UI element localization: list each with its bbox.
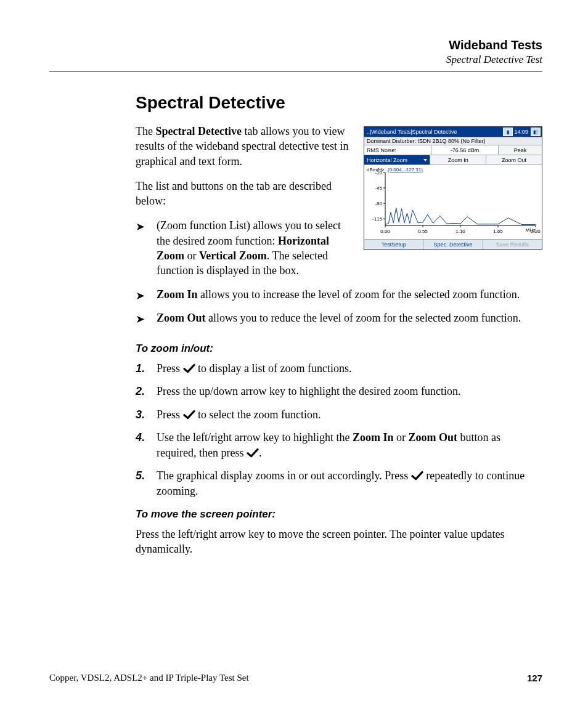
zoom-controls-row: Horizontal Zoom Zoom In Zoom Out [364, 155, 542, 164]
step-item: Press to select the zoom function. [136, 407, 542, 423]
page-number: 127 [527, 673, 542, 683]
chevron-down-icon [423, 159, 427, 161]
svg-text:-10: -10 [375, 170, 382, 176]
text-fragment: allows you to increase the level of zoom… [198, 288, 520, 301]
device-titlebar: ..|Wideband Tests|Spectral Detective ▮ 1… [364, 127, 542, 137]
y-axis-ticks: -10-45-80-115 [372, 170, 385, 222]
battery-icon: ▮ [503, 128, 513, 136]
text-fragment: . [259, 447, 262, 459]
dominant-disturber-line: Dominant Disturber: ISDN 2B1Q 80% (No Fi… [364, 137, 542, 145]
svg-text:-80: -80 [375, 201, 382, 206]
checkmark-icon [247, 448, 259, 458]
list-item: (Zoom function List) allows you to selec… [136, 218, 542, 278]
zoom-out-button[interactable]: Zoom Out [486, 155, 542, 164]
procedure-pointer-body: Press the left/right arrow key to move t… [136, 527, 542, 557]
body-column: Spectral Detective ..|Wideband Tests|Spe… [136, 93, 542, 556]
section-heading: Spectral Detective [136, 93, 542, 113]
step-item: The graphical display zooms in or out ac… [136, 468, 542, 499]
device-clock: 14:09 [513, 129, 529, 135]
text-fragment: to select the zoom function. [195, 408, 321, 421]
text-fragment: Press [157, 408, 183, 421]
text-fragment: allows you to reduce the level of zoom f… [206, 312, 521, 324]
checkmark-icon [183, 363, 195, 373]
zoom-function-selected-label: Horizontal Zoom [367, 157, 407, 163]
text-fragment: or [184, 249, 199, 262]
text-bold: Zoom Out [157, 312, 206, 324]
step-item: Press to display a list of zoom function… [136, 361, 542, 376]
text-fragment: The graphical display zooms in or out ac… [157, 469, 411, 482]
rms-row: RMS Noise: -76.56 dBm Peak [364, 145, 542, 155]
text-fragment: Use the left/right arrow key to highligh… [157, 431, 353, 444]
header-rule [49, 71, 542, 72]
footer-left-text: Copper, VDSL2, ADSL2+ and IP Triple-Play… [49, 673, 249, 683]
text-bold: Spectral Detective [155, 125, 241, 137]
zoom-function-select[interactable]: Horizontal Zoom [364, 155, 430, 164]
text-bold: Vertical Zoom [199, 249, 267, 262]
document-page: Wideband Tests Spectral Detective Test S… [0, 0, 588, 714]
step-item: Use the left/right arrow key to highligh… [136, 430, 542, 461]
text-fragment: to display a list of zoom functions. [195, 362, 352, 375]
step-item: Press the up/down arrow key to highlight… [136, 384, 542, 399]
text-bold: Zoom Out [408, 431, 457, 444]
checkmark-icon [411, 471, 423, 481]
peak-button[interactable]: Peak [499, 145, 542, 155]
text-bold: Zoom In [157, 288, 198, 301]
running-head-title: Wideband Tests [49, 38, 542, 52]
procedure-steps-zoom: Press to display a list of zoom function… [136, 361, 542, 499]
feature-list: (Zoom function List) allows you to selec… [136, 218, 542, 325]
svg-text:-45: -45 [375, 185, 382, 191]
rms-noise-value: -76.56 dBm [431, 145, 499, 155]
page-footer: Copper, VDSL2, ADSL2+ and IP Triple-Play… [49, 673, 542, 683]
zoom-in-button[interactable]: Zoom In [430, 155, 486, 164]
list-item: Zoom Out allows you to reduce the level … [136, 310, 542, 325]
rms-noise-label: RMS Noise: [364, 145, 431, 155]
checkmark-icon [183, 410, 195, 420]
procedure-heading-zoom: To zoom in/out: [136, 343, 542, 355]
text-fragment: The [136, 125, 155, 137]
text-bold: Zoom In [353, 431, 394, 444]
status-icon: ◧ [531, 128, 541, 136]
procedure-heading-pointer: To move the screen pointer: [136, 508, 542, 521]
text-fragment: or [393, 431, 408, 444]
device-breadcrumb: ..|Wideband Tests|Spectral Detective [365, 129, 502, 135]
intro-block: ..|Wideband Tests|Spectral Detective ▮ 1… [136, 124, 542, 334]
running-head: Wideband Tests Spectral Detective Test [49, 38, 542, 66]
text-fragment: Press [157, 362, 183, 375]
chart-cursor-readout: (0.004, -127.31) [388, 167, 423, 172]
list-item: Zoom In allows you to increase the level… [136, 287, 542, 302]
running-head-subtitle: Spectral Detective Test [49, 54, 542, 66]
